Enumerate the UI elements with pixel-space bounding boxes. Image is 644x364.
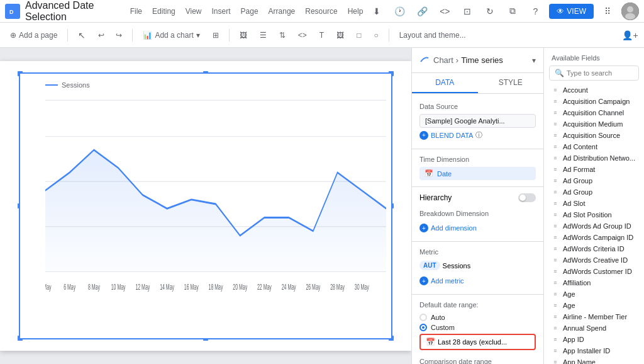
refresh-icon[interactable]: ↻ — [481, 3, 499, 20]
fields-search-input[interactable] — [567, 69, 633, 77]
menu-help[interactable]: Help — [348, 7, 364, 16]
dimension-badge[interactable]: 📅 Date — [419, 167, 536, 180]
menu-bar: File Editing View Insert Page Arrange Re… — [130, 7, 364, 16]
field-icon: ≡ — [552, 98, 559, 105]
legend-line — [45, 84, 58, 86]
svg-text:18 May: 18 May — [209, 283, 223, 292]
comparison-section: Comparison date range ⇄ None — [412, 354, 543, 364]
field-item[interactable]: ≡Acquisition Source — [544, 130, 644, 141]
field-item[interactable]: ≡Ad Group — [544, 186, 644, 198]
download-icon[interactable]: ⬇ — [368, 3, 386, 20]
date-range-picker[interactable]: 📅 Last 28 days (exclud... — [419, 334, 536, 350]
undo-button[interactable]: ↩ — [93, 28, 109, 42]
filter-button[interactable]: ☰ — [255, 28, 272, 42]
date-button[interactable]: ⇅ — [274, 28, 291, 42]
image-button[interactable]: 🖼 — [331, 28, 349, 42]
field-item[interactable]: ≡Age — [544, 300, 644, 311]
panel-collapse-icon[interactable]: ▾ — [532, 56, 536, 65]
field-icon: ≡ — [552, 200, 559, 207]
field-item[interactable]: ≡Affiliation — [544, 277, 644, 288]
table-icon-button[interactable]: ⊞ — [208, 28, 224, 42]
menu-resource[interactable]: Resource — [305, 7, 337, 16]
breadcrumb-current: Time series — [461, 55, 503, 65]
field-item[interactable]: ≡Ad Slot Position — [544, 209, 644, 220]
menu-insert[interactable]: Insert — [212, 7, 231, 16]
image-insert-button[interactable]: 🖼 — [235, 28, 252, 42]
menu-arrange[interactable]: Arrange — [269, 7, 296, 16]
code-embed-button[interactable]: <> — [293, 28, 312, 42]
svg-text:14 May: 14 May — [160, 283, 174, 292]
apps-icon[interactable]: ⠿ — [599, 3, 616, 20]
radio-auto-circle[interactable] — [419, 314, 427, 321]
menu-view[interactable]: View — [186, 7, 202, 16]
view-button[interactable]: 👁 VIEW — [549, 4, 594, 19]
rect-button[interactable]: □ — [352, 28, 366, 42]
field-item[interactable]: ≡AdWords Criteria ID — [544, 243, 644, 254]
link-icon[interactable]: 🔗 — [413, 3, 431, 20]
add-metric-button[interactable]: + Add metric — [419, 274, 536, 288]
svg-text:24 May: 24 May — [282, 283, 296, 292]
panel-tabs: DATA STYLE — [412, 73, 543, 94]
field-item[interactable]: ≡AdWords Ad Group ID — [544, 220, 644, 232]
field-item[interactable]: ≡AdWords Campaign ID — [544, 232, 644, 243]
svg-point-4 — [625, 13, 635, 20]
field-item[interactable]: ≡Acquisition Campaign — [544, 96, 644, 107]
field-icon: ≡ — [552, 212, 559, 218]
field-item[interactable]: ≡App Installer ID — [544, 345, 644, 356]
clock-icon[interactable]: 🕐 — [391, 3, 408, 20]
help-icon[interactable]: ? — [526, 3, 544, 20]
field-item[interactable]: ≡App Name — [544, 356, 644, 364]
add-chart-button[interactable]: 📊 Add a chart ▾ — [138, 28, 204, 42]
add-page-button[interactable]: ⊕ Add a page — [5, 28, 62, 42]
metric-section: Metric AUT Sessions + Add metric — [412, 244, 543, 292]
tab-data[interactable]: DATA — [412, 73, 478, 93]
menu-file[interactable]: File — [130, 7, 142, 16]
field-item[interactable]: ≡Ad Slot — [544, 198, 644, 209]
field-item[interactable]: ≡Annual Spend — [544, 322, 644, 334]
field-item[interactable]: ≡AdWords Customer ID — [544, 266, 644, 277]
hierarchy-section: Hierarchy — [412, 190, 543, 206]
circle-button[interactable]: ○ — [369, 28, 383, 42]
chart-icon: 📊 — [143, 31, 152, 40]
field-item[interactable]: ≡App ID — [544, 334, 644, 345]
menu-page[interactable]: Page — [241, 7, 258, 16]
add-dimension-button[interactable]: + Add dimension — [419, 221, 536, 235]
field-item[interactable]: ≡Age — [544, 288, 644, 300]
blend-info-icon[interactable]: ⓘ — [475, 130, 482, 140]
avatar[interactable] — [621, 3, 639, 20]
date-range-label: Default date range: — [419, 301, 536, 309]
code-icon[interactable]: <> — [436, 3, 453, 20]
add-collaborator-button[interactable]: 👤+ — [621, 26, 639, 44]
field-item[interactable]: ≡Ad Group — [544, 175, 644, 186]
svg-text:30 May: 30 May — [355, 283, 369, 292]
field-item[interactable]: ≡Acquisition Medium — [544, 118, 644, 130]
text-button[interactable]: T — [314, 28, 329, 42]
chart-component[interactable]: Sessions 0 1K 2K 3K 4K — [19, 72, 392, 339]
field-icon: ≡ — [552, 110, 559, 116]
copy-icon[interactable]: ⧉ — [504, 3, 521, 20]
field-item[interactable]: ≡Ad Distribution Netwo... — [544, 152, 644, 164]
field-item[interactable]: ≡Account — [544, 84, 644, 96]
metric-item[interactable]: AUT Sessions — [419, 259, 536, 271]
blend-data-button[interactable]: + BLEND DATA ⓘ — [419, 128, 536, 142]
hierarchy-toggle[interactable] — [518, 193, 536, 202]
breadcrumb-parent[interactable]: Chart — [433, 55, 453, 65]
field-icon: ≡ — [552, 268, 559, 275]
tab-style[interactable]: STYLE — [478, 73, 544, 93]
field-item[interactable]: ≡Airline - Member Tier — [544, 311, 644, 322]
radio-auto[interactable]: Auto — [419, 312, 536, 322]
menu-editing[interactable]: Editing — [152, 7, 175, 16]
field-item[interactable]: ≡Ad Format — [544, 164, 644, 175]
data-source-value[interactable]: [Sample] Google Analyti... — [419, 114, 536, 128]
radio-custom-circle[interactable] — [419, 324, 427, 331]
layout-theme-label[interactable]: Layout and theme... — [394, 28, 471, 42]
svg-text:16 May: 16 May — [184, 283, 199, 292]
field-item[interactable]: ≡Ad Content — [544, 141, 644, 152]
field-item[interactable]: ≡AdWords Creative ID — [544, 254, 644, 266]
expand-icon[interactable]: ⊡ — [458, 3, 476, 20]
radio-custom[interactable]: Custom — [419, 322, 536, 333]
field-icon: ≡ — [552, 132, 559, 139]
select-tool[interactable]: ↖ — [73, 28, 91, 43]
field-item[interactable]: ≡Acquisition Channel — [544, 107, 644, 118]
redo-button[interactable]: ↪ — [111, 28, 127, 42]
